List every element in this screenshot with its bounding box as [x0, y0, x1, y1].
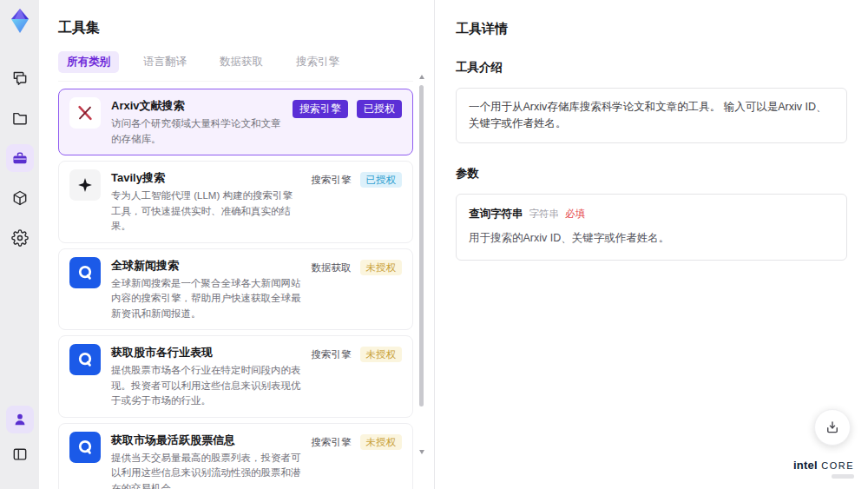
status-badge: 已授权: [357, 100, 402, 118]
status-badge: 未授权: [360, 347, 403, 362]
tool-card-sector-performance[interactable]: 获取股市各行业表现 提供股票市场各个行业在特定时间段内的表现。投资者可以利用这些…: [58, 335, 413, 418]
parameter-box: 查询字符串 字符串 必填 用于搜索的Arxiv ID、关键字或作者姓名。: [456, 194, 847, 261]
tab-language-translation[interactable]: 语言翻译: [135, 51, 195, 73]
status-badge: 未授权: [360, 260, 403, 275]
user-icon[interactable]: [6, 406, 34, 433]
category-label: 搜索引擎: [312, 434, 352, 450]
quark-icon: [69, 432, 101, 463]
detail-title: 工具详情: [456, 21, 847, 37]
category-badge: 搜索引擎: [293, 100, 348, 118]
tool-name: Arxiv文献搜索: [111, 97, 282, 115]
tab-search-engine[interactable]: 搜索引擎: [287, 51, 348, 73]
intel-core-logo: intel core: [793, 459, 854, 479]
tool-name: 获取市场最活跃股票信息: [111, 432, 301, 449]
tool-card-tavily[interactable]: Tavily搜索 专为人工智能代理 (LLM) 构建的搜索引擎工具，可快速提供实…: [58, 161, 413, 243]
app-logo: [6, 7, 34, 35]
tool-name: 全球新闻搜索: [111, 257, 301, 274]
download-icon: [825, 420, 840, 435]
category-tabs: 所有类别 语言翻译 数据获取 搜索引擎: [58, 51, 413, 82]
tool-list: Arxiv文献搜索 访问各个研究领域大量科学论文和文章的存储库。 搜索引擎 已授…: [58, 89, 413, 489]
status-badge: 未授权: [360, 434, 403, 450]
left-rail: [0, 0, 39, 489]
intro-section-title: 工具介绍: [456, 60, 847, 76]
panel-toggle-icon[interactable]: [6, 440, 34, 468]
tool-description: 全球新闻搜索是一个聚合全球各大新闻网站内容的搜索引擎，帮助用户快速获取全球最新资…: [111, 276, 301, 322]
tool-card-arxiv[interactable]: Arxiv文献搜索 访问各个研究领域大量科学论文和文章的存储库。 搜索引擎 已授…: [58, 89, 413, 155]
tool-name: 获取股市各行业表现: [111, 344, 301, 361]
toolbox-icon[interactable]: [6, 144, 34, 172]
brand-subtext-bar: [832, 474, 854, 479]
tool-card-active-stocks[interactable]: 获取市场最活跃股票信息 提供当天交易量最高的股票列表，投资者可以利用这些信息来识…: [58, 423, 413, 489]
status-badge: 已授权: [360, 172, 403, 188]
download-button[interactable]: [814, 409, 851, 446]
param-required-flag: 必填: [565, 208, 585, 221]
cube-icon[interactable]: [6, 184, 34, 212]
folder-icon[interactable]: [6, 104, 34, 132]
param-type: 字符串: [529, 208, 560, 221]
tool-intro-box: 一个用于从Arxiv存储库搜索科学论文和文章的工具。 输入可以是Arxiv ID…: [456, 88, 847, 143]
tool-card-global-news[interactable]: 全球新闻搜索 全球新闻搜索是一个聚合全球各大新闻网站内容的搜索引擎，帮助用户快速…: [58, 248, 413, 331]
category-label: 搜索引擎: [312, 172, 352, 188]
tool-detail-panel: 工具详情 工具介绍 一个用于从Arxiv存储库搜索科学论文和文章的工具。 输入可…: [434, 0, 868, 489]
tool-description: 提供股票市场各个行业在特定时间段内的表现。投资者可以利用这些信息来识别表现优于或…: [111, 363, 301, 409]
page-title: 工具集: [58, 19, 413, 37]
tool-name: Tavily搜索: [111, 169, 301, 187]
tab-data-fetch[interactable]: 数据获取: [211, 51, 272, 73]
settings-gear-icon[interactable]: [6, 224, 34, 252]
param-name: 查询字符串: [469, 207, 523, 221]
brand-intel: intel: [793, 459, 818, 472]
chat-icon[interactable]: [6, 64, 34, 92]
tool-list-panel: 工具集 所有类别 语言翻译 数据获取 搜索引擎 Arxiv文献搜索 访问各个研究…: [39, 0, 434, 489]
scroll-up-arrow-icon[interactable]: [419, 75, 424, 79]
param-description: 用于搜索的Arxiv ID、关键字或作者姓名。: [469, 230, 834, 246]
tab-all-categories[interactable]: 所有类别: [58, 51, 119, 73]
category-label: 搜索引擎: [312, 347, 352, 362]
list-scrollbar[interactable]: [419, 75, 424, 483]
tool-description: 访问各个研究领域大量科学论文和文章的存储库。: [111, 116, 282, 147]
scroll-down-arrow-icon[interactable]: [419, 450, 424, 454]
arxiv-icon: [69, 97, 101, 129]
brand-core: core: [821, 460, 854, 471]
params-section-title: 参数: [456, 166, 847, 182]
category-label: 数据获取: [312, 260, 352, 275]
quark-icon: [69, 344, 101, 375]
tool-description: 提供当天交易量最高的股票列表，投资者可以利用这些信息来识别流动性强的股票和潜在的…: [111, 451, 301, 489]
tool-description: 专为人工智能代理 (LLM) 构建的搜索引擎工具，可快速提供实时、准确和真实的结…: [111, 188, 301, 235]
tavily-star-icon: [69, 169, 101, 201]
quark-icon: [69, 257, 101, 288]
scrollbar-thumb[interactable]: [419, 85, 424, 406]
